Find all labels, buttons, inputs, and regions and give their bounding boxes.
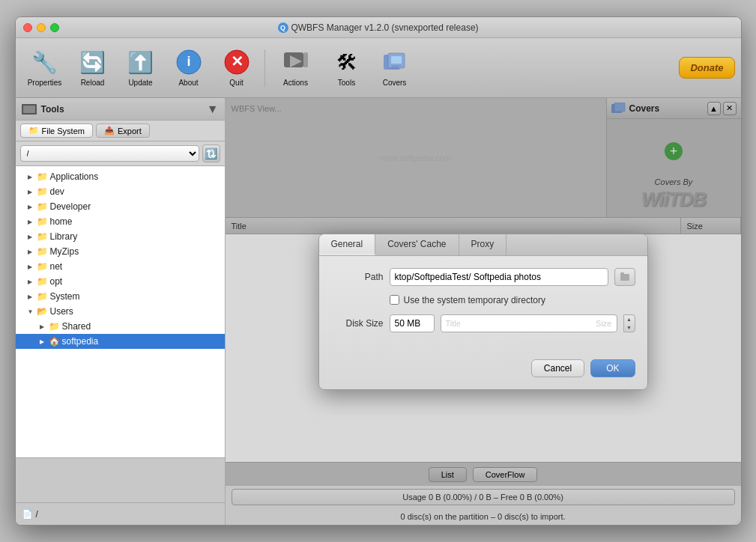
item-label: Library xyxy=(50,231,78,242)
donate-button[interactable]: Donate xyxy=(679,57,734,79)
close-button[interactable] xyxy=(23,23,32,32)
tab-covers-cache[interactable]: Covers' Cache xyxy=(375,234,459,255)
disk-size-label: Disk Size xyxy=(331,318,384,329)
expand-arrow: ▶ xyxy=(28,204,37,210)
svg-text:i: i xyxy=(187,54,190,69)
actions-button[interactable]: Actions xyxy=(270,42,322,94)
actions-label: Actions xyxy=(283,79,308,87)
quit-button[interactable]: ✕ Quit xyxy=(214,42,260,94)
expand-arrow: ▶ xyxy=(28,234,37,240)
quit-label: Quit xyxy=(229,79,243,87)
titlebar: Q QWBFS Manager v1.2.0 (svnexported rele… xyxy=(16,17,741,38)
cancel-button[interactable]: Cancel xyxy=(531,359,584,377)
tree-item-applications[interactable]: ▶ 📁 Applications xyxy=(16,169,225,184)
reload-label: Reload xyxy=(81,79,105,87)
expand-arrow: ▼ xyxy=(28,308,37,315)
properties-icon: 🔧 xyxy=(31,49,58,76)
update-label: Update xyxy=(128,79,152,87)
disk-size-input[interactable] xyxy=(390,314,435,332)
path-browse-btn[interactable] xyxy=(614,268,635,286)
svg-rect-17 xyxy=(620,272,624,275)
dialog-overlay: General Covers' Cache Proxy Path xyxy=(226,98,741,525)
panel-header: Tools ▼ xyxy=(16,98,225,121)
expand-arrow: ▶ xyxy=(28,278,37,285)
separator-1 xyxy=(264,49,265,87)
folder-icon: 📁 xyxy=(37,246,48,257)
covers-icon xyxy=(381,49,408,76)
main-window: Q QWBFS Manager v1.2.0 (svnexported rele… xyxy=(15,16,742,526)
tab-export[interactable]: 📤 Export xyxy=(96,124,150,138)
folder-icon: 📁 xyxy=(37,201,48,212)
path-icon: 📄 xyxy=(22,509,33,520)
dialog-body: Path Use the s xyxy=(319,256,647,353)
folder-icon: 📁 xyxy=(37,216,48,227)
path-refresh-btn[interactable]: 🔃 xyxy=(202,144,220,162)
update-icon: ⬆️ xyxy=(127,49,154,76)
folder-icon: 📁 xyxy=(37,276,48,287)
about-label: About xyxy=(178,79,198,87)
minimize-button[interactable] xyxy=(37,23,46,32)
svg-rect-16 xyxy=(620,274,629,281)
tab-filesystem[interactable]: 📁 File System xyxy=(20,124,93,138)
folder-icon: 📁 xyxy=(37,186,48,197)
properties-button[interactable]: 🔧 Properties xyxy=(22,42,68,94)
tree-item-library[interactable]: ▶ 📁 Library xyxy=(16,229,225,244)
expand-arrow: ▶ xyxy=(28,293,37,300)
tree-item-developer[interactable]: ▶ 📁 Developer xyxy=(16,199,225,214)
tree-item-softpedia[interactable]: ▶ 🏠 softpedia xyxy=(16,334,225,349)
svg-text:✕: ✕ xyxy=(230,53,243,70)
traffic-lights xyxy=(23,23,59,32)
path-label: Path xyxy=(331,272,384,282)
tab-general[interactable]: General xyxy=(319,234,376,255)
tree-item-shared[interactable]: ▶ 📁 Shared xyxy=(16,319,225,334)
tree-item-users[interactable]: ▼ 📂 Users xyxy=(16,304,225,319)
bottom-path-area xyxy=(16,457,225,502)
title-placeholder: Title xyxy=(446,319,461,328)
spinner-up[interactable]: ▲ xyxy=(624,315,635,323)
folder-icon: 📁 xyxy=(37,261,48,272)
tools-button[interactable]: 🛠 Tools xyxy=(324,42,370,94)
tree-item-dev[interactable]: ▶ 📁 dev xyxy=(16,184,225,199)
path-input[interactable] xyxy=(390,268,608,286)
export-tab-icon: 📤 xyxy=(104,126,115,136)
item-label: System xyxy=(50,291,80,302)
panel-collapse-btn[interactable]: ▼ xyxy=(207,103,219,116)
tree-item-system[interactable]: ▶ 📁 System xyxy=(16,289,225,304)
spinner-down[interactable]: ▼ xyxy=(624,323,635,332)
about-button[interactable]: i About xyxy=(166,42,212,94)
right-panel: WBFS View... www.softpedia.com Covers ▲ … xyxy=(226,98,741,525)
reload-button[interactable]: 🔄 Reload xyxy=(70,42,116,94)
tab-proxy[interactable]: Proxy xyxy=(459,234,507,255)
tree-item-opt[interactable]: ▶ 📁 opt xyxy=(16,274,225,289)
current-path: / xyxy=(36,509,38,520)
disk-size-spinner[interactable]: ▲ ▼ xyxy=(623,314,635,332)
tree-item-myzips[interactable]: ▶ 📁 MyZips xyxy=(16,244,225,259)
expand-arrow: ▶ xyxy=(28,189,37,195)
actions-icon xyxy=(282,49,309,76)
checkbox-row: Use the system temporary directory xyxy=(390,295,635,305)
covers-button[interactable]: Covers xyxy=(372,42,418,94)
toolbar: 🔧 Properties 🔄 Reload ⬆️ Update i About xyxy=(16,38,741,98)
file-tree[interactable]: ▶ 📁 Applications ▶ 📁 dev ▶ 📁 Developer xyxy=(16,166,225,457)
folder-icon: 📁 xyxy=(37,171,48,182)
expand-arrow: ▶ xyxy=(28,219,37,225)
covers-label: Covers xyxy=(383,79,407,87)
maximize-button[interactable] xyxy=(50,23,59,32)
dialog-tabs: General Covers' Cache Proxy xyxy=(319,234,647,256)
reload-icon: 🔄 xyxy=(79,49,106,76)
system-tmp-checkbox[interactable] xyxy=(390,295,399,305)
tree-item-home[interactable]: ▶ 📁 home xyxy=(16,214,225,229)
expand-arrow: ▶ xyxy=(28,249,37,255)
export-tab-label: Export xyxy=(118,127,142,136)
path-selector[interactable]: / xyxy=(20,145,199,162)
item-label: softpedia xyxy=(62,336,99,347)
path-bar: / 🔃 xyxy=(16,141,225,166)
size-placeholder: Size xyxy=(596,319,611,328)
item-label: Shared xyxy=(62,321,91,332)
ok-button[interactable]: OK xyxy=(590,359,635,377)
properties-label: Properties xyxy=(28,79,62,87)
main-content: Tools ▼ 📁 File System 📤 Export / xyxy=(16,98,741,525)
tree-item-net[interactable]: ▶ 📁 net xyxy=(16,259,225,274)
quit-icon: ✕ xyxy=(223,49,250,76)
update-button[interactable]: ⬆️ Update xyxy=(118,42,164,94)
